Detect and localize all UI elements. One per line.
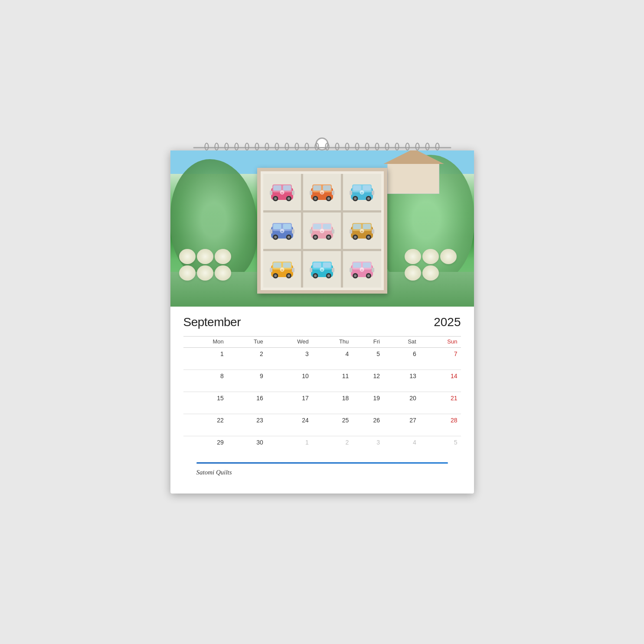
day-17: 17 [267,392,312,414]
col-sat: Sat [383,337,420,348]
week-4: 22 23 24 25 26 27 28 [183,414,461,436]
svg-rect-15 [323,186,331,191]
svg-point-17 [314,197,317,200]
svg-text:♥: ♥ [361,230,363,233]
svg-point-101 [354,275,356,277]
photo-area: ♥ [170,150,474,307]
quilt-cell-4: ♥ [263,212,301,249]
svg-rect-95 [332,268,334,272]
day-3: 3 [267,348,312,370]
svg-rect-75 [283,263,291,268]
wire-binding [193,143,451,152]
week-5: 29 30 1 2 3 4 5 [183,436,461,458]
svg-rect-99 [363,263,371,268]
day-21: 21 [420,392,461,414]
svg-text:♥: ♥ [281,268,283,271]
day-14: 14 [420,370,461,392]
day-5: 5 [352,348,383,370]
svg-point-67 [367,236,370,239]
brand-signature: Satomi Quilts [183,464,461,485]
day-oct-1: 1 [267,436,312,458]
svg-point-43 [287,236,290,239]
week-1: 1 2 3 4 5 6 7 [183,348,461,370]
day-oct-4: 4 [383,436,420,458]
svg-point-55 [327,236,330,239]
day-1: 1 [183,348,227,370]
quilt-cell-1: ♥ [263,174,301,210]
svg-rect-11 [292,191,294,195]
svg-text:♥: ♥ [281,230,283,233]
quilt-cell-9: ♥ [343,251,381,288]
svg-rect-106 [350,268,352,272]
svg-point-77 [274,275,277,277]
svg-point-65 [354,236,356,239]
svg-text:♥: ♥ [321,191,323,194]
svg-point-31 [367,197,370,200]
svg-rect-62 [353,224,361,229]
col-fri: Fri [352,337,383,348]
day-16: 16 [227,392,267,414]
month-title: September [183,315,241,329]
svg-rect-26 [353,186,361,191]
day-oct-3: 3 [352,436,383,458]
day-10: 10 [267,370,312,392]
hydrangea-right [405,249,465,281]
svg-rect-51 [323,224,331,229]
wire-coils [202,143,442,150]
col-sun: Sun [420,337,461,348]
svg-point-41 [274,236,277,239]
calendar-header: September 2025 [183,315,461,329]
quilt-cell-5: ♥ [303,212,341,249]
svg-rect-83 [292,268,294,272]
svg-rect-70 [350,229,352,234]
svg-point-7 [287,197,290,200]
quilt-cell-2: ♥ [303,174,341,210]
quilt-cell-8: ♥ [303,251,341,288]
svg-point-89 [314,275,317,277]
svg-point-79 [287,275,290,277]
calendar-grid: Mon Tue Wed Thu Fri Sat Sun 1 2 3 4 5 6 [183,336,461,458]
svg-rect-74 [273,263,281,268]
day-11: 11 [312,370,353,392]
day-13: 13 [383,370,420,392]
day-26: 26 [352,414,383,436]
col-tue: Tue [227,337,267,348]
day-23: 23 [227,414,267,436]
svg-rect-58 [310,229,312,234]
svg-rect-38 [273,224,281,229]
day-oct-2: 2 [312,436,353,458]
svg-point-29 [354,197,356,200]
garden-scene: ♥ [170,150,474,307]
svg-rect-86 [313,263,321,268]
svg-rect-71 [372,229,374,234]
svg-rect-63 [363,224,371,229]
day-2: 2 [227,348,267,370]
svg-text:♥: ♥ [321,230,323,233]
day-20: 20 [383,392,420,414]
day-19: 19 [352,392,383,414]
quilt-cell-7: ♥ [263,251,301,288]
quilt-display: ♥ [257,168,387,294]
svg-text:♥: ♥ [281,191,283,194]
day-15: 15 [183,392,227,414]
day-30: 30 [227,436,267,458]
day-28: 28 [420,414,461,436]
svg-text:♥: ♥ [321,268,323,271]
svg-rect-22 [310,191,312,195]
svg-rect-98 [353,263,361,268]
col-thu: Thu [312,337,353,348]
svg-point-53 [314,236,317,239]
svg-rect-46 [270,229,272,234]
year-title: 2025 [434,315,461,329]
svg-rect-39 [283,224,291,229]
calendar-page: ♥ [170,150,474,494]
day-6: 6 [383,348,420,370]
day-18: 18 [312,392,353,414]
svg-point-5 [274,197,277,200]
svg-rect-35 [372,191,374,195]
svg-rect-27 [363,186,371,191]
svg-rect-107 [372,268,374,272]
svg-rect-47 [292,229,294,234]
svg-rect-87 [323,263,331,268]
svg-rect-50 [313,224,321,229]
